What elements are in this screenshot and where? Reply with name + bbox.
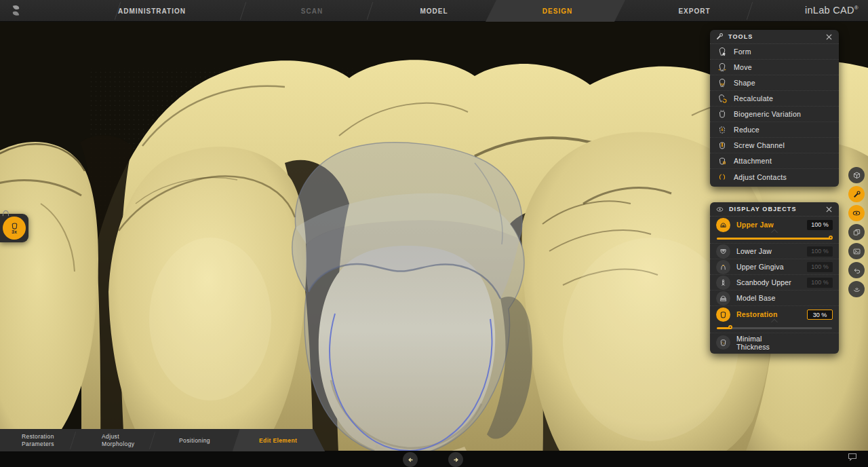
opacity-value[interactable]: 100 % — [807, 220, 833, 230]
display-row-model-base[interactable]: Model Base — [710, 291, 839, 306]
display-objects-button[interactable] — [848, 205, 865, 221]
close-icon[interactable] — [824, 204, 833, 214]
screw-channel-icon — [717, 141, 727, 150]
bottom-strip — [0, 451, 868, 467]
scanbody-upper-icon — [716, 276, 730, 290]
display-row-label: Upper Jaw — [736, 221, 801, 229]
upper-jaw-slider-row — [710, 233, 839, 244]
phase-navigation-bar: ADMINISTRATION SCAN MODEL DESIGN EXPORT … — [0, 0, 868, 22]
product-name: inLab CAD® — [805, 5, 859, 16]
tool-item-adjust-contacts[interactable]: Adjust Contacts — [710, 169, 839, 185]
tools-icon — [852, 190, 861, 199]
display-row-upper-gingiva[interactable]: Upper Gingiva 100 % — [710, 259, 839, 275]
side-toolbar — [848, 167, 865, 297]
phase-tab-design[interactable]: DESIGN — [542, 7, 572, 15]
jaw-motion-button[interactable] — [848, 281, 865, 297]
display-row-minimal-thickness[interactable]: Minimal Thickness — [710, 333, 839, 352]
close-icon[interactable] — [824, 32, 833, 41]
phase-tab-export[interactable]: EXPORT — [678, 7, 710, 15]
opacity-value[interactable]: 100 % — [807, 278, 833, 288]
tool-item-label: Reduce — [734, 126, 760, 134]
tool-item-biogeneric-variation[interactable]: Biogeneric Variation — [710, 107, 839, 122]
tool-item-label: Form — [734, 48, 751, 56]
tool-item-reduce[interactable]: Reduce — [710, 122, 839, 138]
screenshot-button[interactable] — [848, 243, 865, 259]
tool-item-label: Adjust Contacts — [734, 173, 787, 181]
case-data-button[interactable] — [848, 224, 865, 240]
tools-button[interactable] — [848, 186, 865, 202]
opacity-value[interactable]: 100 % — [807, 262, 833, 272]
move-icon — [717, 62, 727, 72]
opacity-value[interactable]: 30 % — [807, 310, 833, 320]
step-navigation-bar: Restoration Parameters Adjust Morphology… — [0, 429, 327, 451]
phase-tab-scan[interactable]: SCAN — [301, 7, 323, 15]
tool-item-label: Attachment — [734, 157, 772, 165]
tool-item-recalculate[interactable]: Recalculate — [710, 91, 839, 107]
display-objects-header: DISPLAY OBJECTS — [710, 202, 839, 217]
display-row-label: Upper Gingiva — [736, 263, 801, 271]
jaw-motion-icon — [852, 285, 861, 294]
step-label-line: Restoration — [22, 433, 54, 441]
display-row-lower-jaw[interactable]: Lower Jaw 100 % — [710, 244, 839, 259]
step-label-line: Adjust — [102, 433, 134, 441]
phase-tab-model[interactable]: MODEL — [420, 7, 448, 15]
phase-tab-administration[interactable]: ADMINISTRATION — [118, 7, 186, 15]
attachment-icon — [717, 156, 727, 166]
shape-icon — [717, 78, 727, 88]
lower-jaw-icon — [716, 244, 730, 259]
display-row-scanbody-upper[interactable]: Scanbody Upper 100 % — [710, 275, 839, 291]
screenshot-icon — [852, 247, 861, 256]
view-cube-icon — [852, 171, 861, 180]
restoration-icon — [716, 307, 730, 322]
display-row-label: Model Base — [736, 294, 833, 302]
view-cube-button[interactable] — [848, 167, 865, 183]
step-label-line: Positioning — [179, 437, 210, 445]
registered-mark: ® — [854, 5, 859, 11]
speech-bubble-icon — [847, 452, 858, 462]
next-step-button[interactable] — [448, 452, 463, 467]
slider-fill — [717, 238, 832, 240]
step-tab-positioning[interactable]: Positioning — [179, 437, 210, 445]
tool-item-screw-channel[interactable]: Screw Channel — [710, 138, 839, 153]
tab-separator — [367, 2, 373, 20]
arrow-right-icon — [452, 455, 460, 464]
step-tab-restoration-parameters[interactable]: Restoration Parameters — [22, 433, 54, 447]
case-data-icon — [852, 228, 861, 237]
step-tab-edit-element[interactable]: Edit Element — [259, 437, 297, 445]
step-separator — [70, 432, 76, 449]
slider-handle[interactable] — [829, 236, 833, 240]
tools-panel-title: TOOLS — [728, 33, 819, 40]
tool-item-label: Move — [734, 63, 752, 71]
restoration-opacity-slider[interactable] — [717, 323, 832, 333]
wrench-icon — [715, 33, 724, 41]
feedback-button[interactable] — [847, 452, 859, 463]
tool-item-shape[interactable]: Shape — [710, 75, 839, 91]
tool-item-attachment[interactable]: Attachment — [710, 153, 839, 169]
restoration-indicator-tab[interactable]: 3x — [0, 214, 28, 242]
slider-handle[interactable] — [728, 325, 732, 329]
display-objects-title: DISPLAY OBJECTS — [729, 206, 819, 212]
tool-item-label: Recalculate — [734, 94, 773, 102]
display-objects-panel: DISPLAY OBJECTS Upper Jaw 100 % L — [710, 202, 839, 354]
display-row-label: Restoration — [736, 310, 801, 318]
model-base-icon — [716, 291, 730, 305]
previous-step-button[interactable] — [403, 452, 418, 467]
slider-track — [717, 327, 832, 329]
step-tab-adjust-morphology[interactable]: Adjust Morphology — [102, 433, 134, 447]
display-objects-eye-icon — [852, 208, 861, 218]
tool-item-form[interactable]: Form — [710, 44, 839, 60]
undo-button[interactable] — [848, 262, 865, 278]
restoration-indicator-badge[interactable]: 3x — [3, 217, 26, 240]
tool-item-move[interactable]: Move — [710, 60, 839, 75]
recalculate-icon — [717, 94, 727, 103]
badge-count: 3x — [12, 229, 17, 234]
step-label-line: Morphology — [102, 441, 134, 448]
reduce-icon — [717, 125, 727, 134]
upper-jaw-icon — [716, 218, 730, 232]
upper-jaw-opacity-slider[interactable] — [717, 234, 832, 243]
tab-separator — [747, 2, 753, 20]
restoration-slider-row — [710, 322, 839, 333]
inlab-cad-window: ADMINISTRATION SCAN MODEL DESIGN EXPORT … — [0, 0, 868, 467]
tool-item-label: Biogeneric Variation — [734, 110, 801, 118]
opacity-value[interactable]: 100 % — [807, 246, 833, 257]
